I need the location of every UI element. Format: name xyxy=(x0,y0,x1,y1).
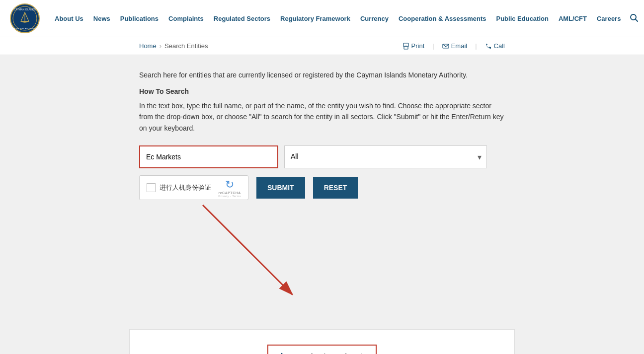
nav-amlcft[interactable]: AML/CFT xyxy=(554,15,592,22)
main-content: Search here for entities that are curren… xyxy=(0,55,644,329)
not-found-badge: ℹ Name of entity not found. xyxy=(267,345,377,354)
site-logo: CAYMAN ISLANDS MONETARY AUTHORITY xyxy=(10,3,40,33)
svg-rect-11 xyxy=(404,46,407,46)
nav-publications[interactable]: Publications xyxy=(115,15,163,22)
recaptcha-icon: ↻ xyxy=(225,178,234,191)
svg-text:MONETARY AUTHORITY: MONETARY AUTHORITY xyxy=(13,27,37,30)
breadcrumb-current: Search Entities xyxy=(164,42,208,50)
how-to-search-title: How To Search xyxy=(139,87,505,95)
reset-button[interactable]: RESET xyxy=(313,177,358,199)
main-nav: About Us News Publications Complaints Re… xyxy=(50,15,626,22)
results-section: ℹ Name of entity not found. xyxy=(129,329,515,354)
breadcrumb-separator: › xyxy=(160,42,161,50)
annotation-arrow xyxy=(139,200,505,309)
nav-regulated-sectors[interactable]: Regulated Sectors xyxy=(209,15,275,22)
submit-button[interactable]: SUBMIT xyxy=(256,177,305,199)
captcha-checkbox[interactable] xyxy=(147,183,156,192)
search-input[interactable] xyxy=(140,146,277,167)
sector-select-wrap: All Banking Insurance Investments Fiduci… xyxy=(284,145,487,168)
breadcrumb-bar: Home › Search Entities Print | Email | C… xyxy=(0,37,644,55)
breadcrumb-home[interactable]: Home xyxy=(139,42,157,50)
recaptcha-sub: Privacy - Terms xyxy=(218,195,241,198)
svg-rect-10 xyxy=(404,47,408,49)
annotation-area xyxy=(139,200,505,309)
print-action[interactable]: Print xyxy=(402,42,425,50)
search-row: All Banking Insurance Investments Fiduci… xyxy=(139,145,487,168)
nav-regulatory-framework[interactable]: Regulatory Framework xyxy=(275,15,355,22)
nav-public-education[interactable]: Public Education xyxy=(491,15,553,22)
logo-area: CAYMAN ISLANDS MONETARY AUTHORITY xyxy=(10,3,40,33)
svg-line-14 xyxy=(203,205,292,294)
nav-careers[interactable]: Careers xyxy=(592,15,626,22)
info-icon: ℹ xyxy=(280,352,283,354)
divider-1: | xyxy=(432,42,434,50)
nav-currency[interactable]: Currency xyxy=(355,15,394,22)
captcha-row: 进行人机身份验证 ↻ reCAPTCHA Privacy - Terms SUB… xyxy=(139,175,487,200)
instructions-text: In the text box, type the full name, or … xyxy=(139,100,505,134)
header: CAYMAN ISLANDS MONETARY AUTHORITY About … xyxy=(0,0,644,37)
nav-complaints[interactable]: Complaints xyxy=(163,15,209,22)
sector-select[interactable]: All Banking Insurance Investments Fiduci… xyxy=(285,146,486,167)
nav-about-us[interactable]: About Us xyxy=(50,15,88,22)
recaptcha-brand: reCAPTCHA xyxy=(218,191,241,195)
breadcrumb-actions: Print | Email | Call xyxy=(402,42,505,50)
captcha-label: 进行人机身份验证 xyxy=(160,183,211,192)
nav-news[interactable]: News xyxy=(88,15,115,22)
breadcrumb: Home › Search Entities xyxy=(139,42,208,50)
print-label: Print xyxy=(411,42,425,50)
header-right: REGULATED ENTITIES xyxy=(626,11,644,26)
divider-2: | xyxy=(475,42,477,50)
call-action[interactable]: Call xyxy=(485,42,505,50)
email-action[interactable]: Email xyxy=(442,42,468,50)
search-form: All Banking Insurance Investments Fiduci… xyxy=(139,145,487,200)
svg-text:CAYMAN ISLANDS: CAYMAN ISLANDS xyxy=(14,8,36,11)
svg-line-8 xyxy=(636,19,638,21)
email-label: Email xyxy=(451,42,468,50)
intro-text: Search here for entities that are curren… xyxy=(139,70,505,80)
nav-cooperation-assessments[interactable]: Cooperation & Assessments xyxy=(394,15,491,22)
search-input-wrap xyxy=(139,145,278,168)
captcha-box[interactable]: 进行人机身份验证 ↻ reCAPTCHA Privacy - Terms xyxy=(139,175,248,200)
search-icon[interactable] xyxy=(630,13,639,24)
call-label: Call xyxy=(494,42,505,50)
captcha-badge: ↻ reCAPTCHA Privacy - Terms xyxy=(218,178,241,198)
